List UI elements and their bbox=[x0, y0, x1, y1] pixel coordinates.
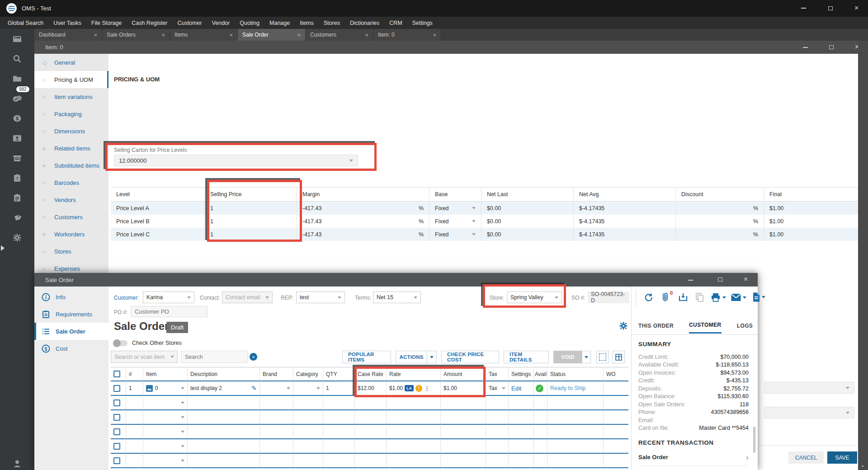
check-price-cost-button[interactable]: CHECK PRICE COST bbox=[441, 351, 499, 363]
brand-dropdown[interactable] bbox=[260, 381, 293, 396]
cancel-button[interactable]: CANCEL bbox=[788, 451, 824, 464]
toggle-switch[interactable] bbox=[114, 340, 127, 346]
item-restore-button[interactable] bbox=[829, 45, 834, 49]
so-close-button[interactable]: × bbox=[744, 276, 748, 283]
tab-items[interactable]: Items× bbox=[170, 29, 238, 41]
menu-user-tasks[interactable]: User Tasks bbox=[48, 17, 86, 29]
menu-cash-register[interactable]: Cash Register bbox=[127, 17, 172, 29]
item-dropdown[interactable] bbox=[143, 454, 188, 468]
item-dropdown[interactable] bbox=[143, 425, 188, 439]
app-close-button[interactable]: × bbox=[854, 5, 859, 12]
menu-stores[interactable]: Stores bbox=[319, 17, 345, 29]
menu-quoting[interactable]: Quoting bbox=[235, 17, 264, 29]
item-dropdown[interactable]: 0 bbox=[143, 381, 188, 396]
edit-link[interactable]: Edit bbox=[509, 381, 534, 396]
clipboard-question-icon[interactable]: ? bbox=[0, 168, 34, 188]
row-checkbox[interactable] bbox=[113, 400, 120, 406]
tab-close-icon[interactable]: × bbox=[94, 32, 97, 38]
sidebar-expand-arrow-icon[interactable] bbox=[1, 245, 5, 251]
customer-dropdown[interactable]: Karina bbox=[143, 291, 194, 303]
tab-close-icon[interactable]: × bbox=[433, 32, 436, 38]
refresh-icon[interactable] bbox=[644, 292, 654, 302]
sidebar-item-general[interactable]: ◇General bbox=[34, 54, 108, 71]
scroll-down-chevron-icon[interactable]: ⌄ bbox=[860, 462, 865, 468]
clipboard-list-icon[interactable] bbox=[0, 188, 34, 208]
menu-manage[interactable]: Manage bbox=[264, 17, 295, 29]
folder-icon[interactable] bbox=[0, 69, 34, 89]
contact-card-icon[interactable] bbox=[0, 128, 34, 148]
tag-icon[interactable] bbox=[0, 208, 34, 228]
clear-search-icon[interactable]: × bbox=[250, 353, 257, 361]
edit-pencil-icon[interactable]: ✎ bbox=[251, 385, 257, 392]
attachments-icon[interactable] bbox=[660, 292, 670, 302]
menu-items[interactable]: Items bbox=[295, 17, 319, 29]
category-dropdown[interactable] bbox=[293, 381, 323, 396]
so-sidebar-requirements[interactable]: Requirements bbox=[34, 306, 108, 323]
sidebar-item-customers[interactable]: ○Customers bbox=[34, 208, 108, 226]
item-details-button[interactable]: ITEM DETAILS bbox=[504, 351, 549, 363]
base-dropdown[interactable]: Fixed bbox=[429, 228, 481, 241]
dollar-icon[interactable]: $ bbox=[0, 108, 34, 128]
tab-customer[interactable]: CUSTOMER bbox=[689, 322, 722, 334]
save-button[interactable]: SAVE bbox=[827, 451, 857, 464]
qty-cell[interactable]: 1 bbox=[323, 381, 355, 396]
tab-customers[interactable]: Customers× bbox=[306, 29, 373, 41]
status-link[interactable]: Ready to Ship bbox=[547, 381, 604, 396]
discount-cell[interactable]: % bbox=[676, 228, 764, 241]
tab-dashboard[interactable]: Dashboard× bbox=[34, 29, 102, 41]
menu-file-storage[interactable]: File Storage bbox=[86, 17, 127, 29]
so-sidebar-info[interactable]: Info bbox=[34, 288, 108, 306]
amount-cell[interactable]: $1.00 bbox=[441, 381, 486, 396]
copy-icon[interactable] bbox=[695, 292, 704, 302]
email-button[interactable] bbox=[731, 293, 746, 302]
so-sidebar-cost[interactable]: $ Cost bbox=[34, 340, 108, 357]
base-dropdown[interactable]: Fixed bbox=[429, 215, 481, 228]
barcode-scan-button[interactable] bbox=[596, 351, 609, 363]
app-maximize-button[interactable] bbox=[828, 6, 833, 10]
so-maximize-button[interactable] bbox=[718, 277, 722, 282]
row-checkbox[interactable] bbox=[113, 428, 120, 435]
tab-close-icon[interactable]: × bbox=[365, 32, 368, 38]
contact-dropdown[interactable]: Contact email bbox=[222, 291, 273, 303]
tab-this-order[interactable]: THIS ORDER bbox=[638, 323, 674, 333]
menu-settings[interactable]: Settings bbox=[407, 17, 438, 29]
row-checkbox[interactable] bbox=[113, 457, 120, 464]
grid-view-button[interactable] bbox=[612, 351, 625, 363]
tab-close-icon[interactable]: × bbox=[297, 32, 301, 38]
store-icon[interactable] bbox=[0, 148, 34, 168]
sidebar-item-related-items[interactable]: =Related items bbox=[34, 140, 108, 157]
coins-icon[interactable]: 992 bbox=[0, 89, 34, 108]
recent-ship-order-link[interactable]: Ship Order› bbox=[638, 466, 749, 470]
void-dropdown-button[interactable] bbox=[582, 351, 591, 363]
select-all-checkbox[interactable] bbox=[113, 371, 120, 377]
tab-logs[interactable]: LOGS bbox=[737, 323, 753, 333]
po-number-input[interactable] bbox=[131, 306, 208, 317]
popular-items-button[interactable]: POPULAR ITEMS bbox=[342, 351, 391, 363]
sidebar-item-dimensions[interactable]: ○Dimensions bbox=[34, 122, 108, 140]
gear-icon[interactable] bbox=[0, 228, 34, 248]
actions-button[interactable]: ACTIONS bbox=[396, 351, 427, 363]
sidebar-item-pricing-uom[interactable]: ○Pricing & UOM bbox=[34, 71, 108, 88]
sidebar-item-packaging[interactable]: ○Packaging bbox=[34, 105, 108, 122]
download-icon[interactable] bbox=[678, 292, 688, 302]
menu-vendor[interactable]: Vendor bbox=[207, 17, 235, 29]
scan-item-dropdown[interactable]: Search or scan item bbox=[111, 351, 178, 363]
so-minimize-button[interactable] bbox=[688, 280, 693, 281]
selling-price-cell[interactable]: 1 bbox=[205, 228, 297, 241]
dashboard-icon[interactable] bbox=[0, 29, 34, 49]
menu-global-search[interactable]: Global Search bbox=[3, 17, 48, 29]
tax-dropdown[interactable]: Tax bbox=[486, 381, 509, 396]
tab-sale-orders[interactable]: Sale Orders× bbox=[102, 29, 170, 41]
terms-dropdown[interactable]: Net 15 bbox=[373, 291, 421, 303]
user-profile-icon[interactable] bbox=[0, 454, 34, 470]
tab-sale-order[interactable]: Sale Order× bbox=[238, 29, 306, 41]
base-dropdown[interactable]: Fixed bbox=[429, 202, 481, 215]
toggle-check-other-stores[interactable]: Check Other Stores bbox=[114, 340, 182, 346]
selling-carton-dropdown[interactable]: 12.000000 bbox=[114, 155, 358, 166]
search-input[interactable] bbox=[181, 351, 248, 363]
row-checkbox[interactable] bbox=[113, 385, 120, 392]
print-button[interactable] bbox=[711, 292, 726, 302]
description-cell[interactable]: test display 2✎ bbox=[188, 381, 260, 396]
actions-dropdown-button[interactable] bbox=[427, 351, 437, 363]
settings-gear-icon[interactable] bbox=[618, 321, 628, 331]
